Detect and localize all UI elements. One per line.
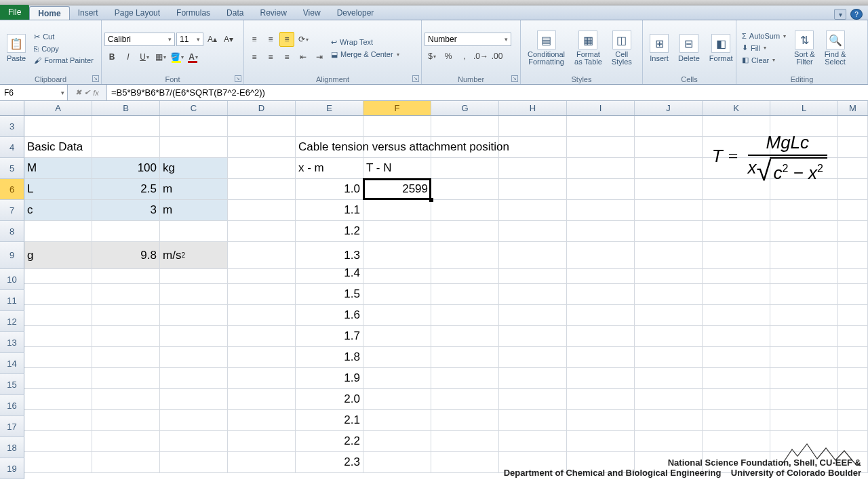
cell[interactable] xyxy=(499,389,567,410)
cell-c5[interactable]: kg xyxy=(160,158,228,179)
cell-e18[interactable]: 2.2 xyxy=(296,431,363,452)
align-right-icon[interactable]: ≡ xyxy=(279,49,294,64)
percent-button[interactable]: % xyxy=(441,49,456,64)
cell[interactable] xyxy=(770,200,838,221)
row-header-10[interactable]: 10 xyxy=(0,269,24,290)
cell[interactable] xyxy=(635,263,703,284)
cell[interactable] xyxy=(24,368,92,389)
cell[interactable] xyxy=(160,452,228,473)
cell[interactable] xyxy=(24,221,92,242)
cell[interactable] xyxy=(160,116,228,137)
cell[interactable] xyxy=(228,305,296,326)
help-icon[interactable]: ? xyxy=(850,9,863,20)
cell[interactable] xyxy=(838,410,868,431)
align-left-icon[interactable]: ≡ xyxy=(247,49,262,64)
cell[interactable] xyxy=(635,368,703,389)
cell[interactable] xyxy=(24,284,92,305)
cell-b6[interactable]: 2.5 xyxy=(92,179,160,200)
tab-insert[interactable]: Insert xyxy=(70,6,106,20)
cell[interactable] xyxy=(228,284,296,305)
col-header-i[interactable]: I xyxy=(567,101,635,115)
row-header-5[interactable]: 5 xyxy=(0,158,24,179)
cell-e6[interactable]: 1.0 xyxy=(296,179,363,200)
cell[interactable] xyxy=(567,179,635,200)
row-header-9[interactable]: 9 xyxy=(0,242,24,269)
font-name-select[interactable]: Calibri xyxy=(104,33,175,46)
row-header-16[interactable]: 16 xyxy=(0,395,24,416)
cell[interactable] xyxy=(499,137,567,158)
cell[interactable] xyxy=(363,200,431,221)
cell-e8[interactable]: 1.2 xyxy=(296,221,363,242)
insert-cells-button[interactable]: ⊞Insert xyxy=(646,32,673,64)
increase-font-icon[interactable]: A▴ xyxy=(205,32,220,47)
cell[interactable] xyxy=(228,347,296,368)
cell[interactable] xyxy=(160,221,228,242)
underline-button[interactable]: U▾ xyxy=(137,49,152,64)
cell[interactable] xyxy=(635,179,703,200)
row-header-12[interactable]: 12 xyxy=(0,311,24,332)
autosum-button[interactable]: ΣAutoSum▾ xyxy=(739,30,789,41)
cell[interactable] xyxy=(567,221,635,242)
cell[interactable] xyxy=(770,347,838,368)
cell[interactable] xyxy=(703,200,770,221)
cell[interactable] xyxy=(92,368,160,389)
cell[interactable] xyxy=(838,221,868,242)
col-header-b[interactable]: B xyxy=(92,101,160,115)
cell[interactable] xyxy=(838,263,868,284)
cell[interactable] xyxy=(635,137,703,158)
cell-a5[interactable]: M xyxy=(24,158,92,179)
cell[interactable] xyxy=(635,221,703,242)
cell[interactable] xyxy=(228,179,296,200)
cell[interactable] xyxy=(703,431,770,452)
cell-e15[interactable]: 1.9 xyxy=(296,368,363,389)
tab-pagelayout[interactable]: Page Layout xyxy=(106,6,168,20)
format-cells-button[interactable]: ◧Format xyxy=(705,32,737,64)
cell[interactable] xyxy=(838,179,868,200)
cell[interactable] xyxy=(228,137,296,158)
font-size-select[interactable]: 11 xyxy=(176,33,203,46)
cell[interactable] xyxy=(160,137,228,158)
cell[interactable] xyxy=(635,347,703,368)
cell[interactable] xyxy=(635,326,703,347)
format-painter-button[interactable]: 🖌Format Painter xyxy=(31,55,96,66)
cell[interactable] xyxy=(499,200,567,221)
border-button[interactable]: ▦▾ xyxy=(153,49,168,64)
row-header-11[interactable]: 11 xyxy=(0,290,24,311)
cell[interactable] xyxy=(838,326,868,347)
format-as-table-button[interactable]: ▦Format as Table xyxy=(570,28,606,68)
number-format-select[interactable]: Number xyxy=(425,33,511,46)
cell[interactable] xyxy=(431,389,499,410)
cell[interactable] xyxy=(703,284,770,305)
cell[interactable] xyxy=(24,305,92,326)
cell-e7[interactable]: 1.1 xyxy=(296,200,363,221)
row-header-13[interactable]: 13 xyxy=(0,332,24,353)
cell[interactable] xyxy=(635,200,703,221)
cell[interactable] xyxy=(770,263,838,284)
row-header-8[interactable]: 8 xyxy=(0,221,24,242)
col-header-l[interactable]: L xyxy=(770,101,838,115)
select-all-corner[interactable] xyxy=(0,101,24,115)
cell[interactable] xyxy=(770,221,838,242)
cell[interactable] xyxy=(363,116,431,137)
fill-color-button[interactable]: 🪣▾ xyxy=(170,49,184,64)
cell-e4[interactable]: Cable tension versus attachment position xyxy=(296,137,363,158)
row-header-3[interactable]: 3 xyxy=(0,116,24,137)
cell-e12[interactable]: 1.6 xyxy=(296,305,363,326)
cell[interactable] xyxy=(499,116,567,137)
cell[interactable] xyxy=(567,431,635,452)
row-header-19[interactable]: 19 xyxy=(0,458,24,479)
italic-button[interactable]: I xyxy=(121,49,136,64)
col-header-j[interactable]: J xyxy=(635,101,703,115)
cell[interactable] xyxy=(838,116,868,137)
cell[interactable] xyxy=(228,221,296,242)
cell-c7[interactable]: m xyxy=(160,200,228,221)
cell[interactable] xyxy=(499,410,567,431)
cell[interactable] xyxy=(92,284,160,305)
col-header-g[interactable]: G xyxy=(431,101,499,115)
cell[interactable] xyxy=(296,116,363,137)
cell-styles-button[interactable]: ◫Cell Styles xyxy=(608,28,636,68)
align-middle-icon[interactable]: ≡ xyxy=(263,32,278,47)
cell[interactable] xyxy=(363,452,431,473)
col-header-e[interactable]: E xyxy=(296,101,363,115)
cell-a4[interactable]: Basic Data xyxy=(24,137,92,158)
